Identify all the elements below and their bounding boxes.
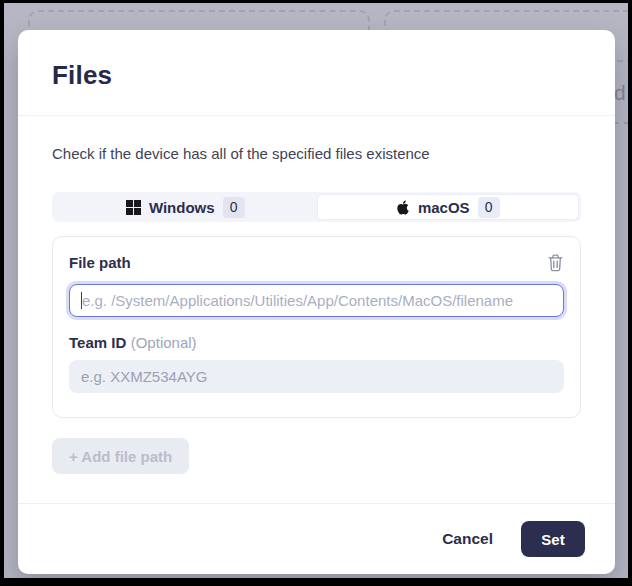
modal-overlay: d Files Check if the device has all of t… (4, 3, 628, 578)
description-text: Check if the device has all of the speci… (52, 145, 581, 162)
text-cursor (81, 292, 82, 309)
add-file-path-button[interactable]: + Add file path (52, 438, 189, 474)
page-title: Files (52, 60, 112, 91)
delete-file-path-button[interactable] (547, 253, 564, 272)
tab-macos-label: macOS (418, 199, 470, 216)
tab-windows-label: Windows (149, 199, 215, 216)
file-path-label: File path (69, 254, 131, 271)
files-modal: Files Check if the device has all of the… (18, 30, 615, 574)
windows-icon (126, 200, 141, 215)
tab-windows-count-badge: 0 (223, 197, 245, 218)
tab-macos[interactable]: macOS 0 (317, 194, 580, 220)
team-id-input[interactable] (69, 360, 564, 393)
team-id-optional-label: (Optional) (131, 334, 197, 351)
cancel-button[interactable]: Cancel (442, 530, 493, 548)
file-path-input[interactable] (69, 284, 564, 317)
modal-body: Check if the device has all of the speci… (18, 116, 615, 503)
trash-icon (547, 253, 564, 272)
file-entry-card: File path Team ID (52, 236, 581, 418)
apple-icon (396, 199, 410, 216)
background-clipped-text: d (614, 81, 626, 105)
set-button[interactable]: Set (521, 521, 585, 557)
tab-macos-count-badge: 0 (478, 197, 500, 218)
modal-footer: Cancel Set (18, 503, 615, 574)
platform-tabbar: Windows 0 macOS 0 (52, 192, 581, 222)
team-id-label: Team ID (69, 334, 126, 351)
modal-header: Files (18, 30, 615, 116)
tab-windows[interactable]: Windows 0 (54, 194, 317, 220)
